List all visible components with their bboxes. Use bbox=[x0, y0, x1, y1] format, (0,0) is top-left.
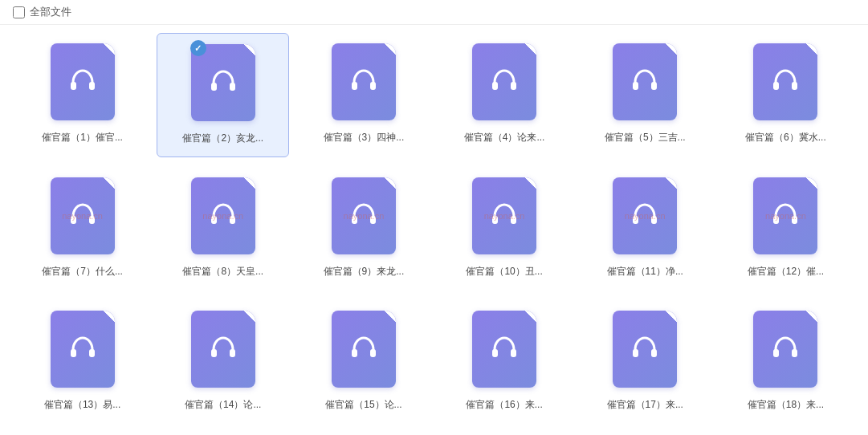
file-item[interactable]: nayona.cn 催官篇（7）什么... bbox=[16, 167, 149, 290]
svg-rect-11 bbox=[792, 82, 797, 90]
file-item[interactable]: 催官篇（14）论... bbox=[157, 300, 289, 423]
file-item[interactable]: 催官篇（6）冀水... bbox=[719, 33, 852, 157]
svg-rect-22 bbox=[773, 216, 779, 224]
file-name: 催官篇（2）亥龙... bbox=[182, 132, 263, 145]
file-icon-wrapper bbox=[609, 38, 681, 126]
select-all-label[interactable]: 全部文件 bbox=[13, 5, 71, 19]
file-icon bbox=[753, 311, 817, 388]
file-item[interactable]: 催官篇（18）来... bbox=[719, 300, 852, 423]
svg-rect-13 bbox=[89, 216, 95, 224]
file-item[interactable]: 催官篇（13）易... bbox=[16, 300, 149, 423]
file-name: 催官篇（9）来龙... bbox=[324, 265, 405, 278]
svg-rect-28 bbox=[352, 349, 357, 357]
file-grid: 催官篇（1）催官... ✓ 催官篇（2）亥龙... 催官篇（3）四神... bbox=[0, 25, 868, 431]
svg-rect-6 bbox=[492, 82, 498, 90]
file-icon bbox=[51, 311, 115, 388]
file-item[interactable]: nayona.cn 催官篇（8）天皇... bbox=[157, 167, 289, 290]
svg-rect-8 bbox=[633, 82, 638, 90]
file-name: 催官篇（12）催... bbox=[748, 265, 824, 278]
svg-rect-15 bbox=[230, 216, 235, 224]
svg-rect-7 bbox=[511, 82, 516, 90]
file-icon bbox=[613, 43, 677, 120]
file-icon-wrapper: nayona.cn bbox=[468, 172, 540, 260]
file-item[interactable]: 催官篇（5）三吉... bbox=[579, 33, 711, 157]
file-icon bbox=[191, 177, 255, 254]
file-icon-wrapper: nayona.cn bbox=[47, 172, 119, 260]
svg-rect-18 bbox=[492, 216, 498, 224]
file-icon-wrapper bbox=[749, 305, 821, 393]
file-name: 催官篇（10）丑... bbox=[466, 265, 542, 278]
svg-rect-9 bbox=[651, 82, 657, 90]
svg-rect-3 bbox=[230, 83, 235, 91]
file-name: 催官篇（15）论... bbox=[325, 398, 401, 412]
svg-rect-16 bbox=[352, 216, 357, 224]
svg-rect-26 bbox=[211, 349, 217, 357]
file-item[interactable]: 催官篇（16）来... bbox=[438, 300, 571, 423]
file-item[interactable]: nayona.cn 催官篇（10）丑... bbox=[438, 167, 571, 290]
svg-rect-29 bbox=[370, 349, 376, 357]
svg-rect-23 bbox=[792, 216, 797, 224]
file-item[interactable]: 催官篇（1）催官... bbox=[16, 33, 149, 157]
file-icon bbox=[191, 311, 255, 388]
file-icon bbox=[332, 43, 396, 120]
file-icon-wrapper: ✓ bbox=[187, 39, 259, 127]
file-name: 催官篇（8）天皇... bbox=[182, 265, 263, 278]
file-icon-wrapper bbox=[328, 38, 400, 126]
file-item[interactable]: 催官篇（15）论... bbox=[297, 300, 430, 423]
file-item[interactable]: nayona.cn 催官篇（9）来龙... bbox=[297, 167, 430, 290]
svg-rect-12 bbox=[71, 216, 76, 224]
check-badge: ✓ bbox=[190, 40, 206, 56]
svg-rect-19 bbox=[511, 216, 516, 224]
file-icon bbox=[753, 177, 817, 254]
file-icon-wrapper: nayona.cn bbox=[328, 172, 400, 260]
svg-rect-0 bbox=[71, 82, 76, 90]
file-icon bbox=[332, 177, 396, 254]
file-item[interactable]: nayona.cn 催官篇（12）催... bbox=[719, 167, 852, 290]
file-name: 催官篇（11）净... bbox=[607, 265, 683, 278]
select-all-checkbox[interactable] bbox=[13, 6, 25, 18]
file-name: 催官篇（14）论... bbox=[185, 398, 261, 412]
file-name: 催官篇（16）来... bbox=[466, 398, 542, 412]
svg-rect-25 bbox=[89, 349, 95, 357]
svg-rect-10 bbox=[773, 82, 779, 90]
svg-rect-33 bbox=[651, 349, 657, 357]
file-item[interactable]: ✓ 催官篇（2）亥龙... bbox=[157, 33, 289, 157]
top-bar: 全部文件 bbox=[0, 0, 868, 25]
file-icon bbox=[51, 177, 115, 254]
file-name: 催官篇（1）催官... bbox=[42, 131, 123, 144]
file-icon bbox=[472, 43, 536, 120]
file-icon bbox=[613, 177, 677, 254]
file-icon-wrapper bbox=[328, 305, 400, 393]
file-item[interactable]: nayona.cn 催官篇（11）净... bbox=[579, 167, 711, 290]
svg-rect-17 bbox=[370, 216, 376, 224]
svg-rect-24 bbox=[71, 349, 76, 357]
svg-rect-34 bbox=[773, 349, 779, 357]
file-name: 催官篇（7）什么... bbox=[42, 265, 123, 278]
file-item[interactable]: 催官篇（4）论来... bbox=[438, 33, 571, 157]
file-icon bbox=[753, 43, 817, 120]
svg-rect-32 bbox=[633, 349, 638, 357]
file-icon-wrapper bbox=[749, 38, 821, 126]
file-name: 催官篇（4）论来... bbox=[464, 131, 545, 144]
svg-rect-1 bbox=[89, 82, 95, 90]
file-icon-wrapper: nayona.cn bbox=[609, 172, 681, 260]
file-name: 催官篇（18）来... bbox=[748, 398, 824, 412]
file-icon-wrapper bbox=[468, 38, 540, 126]
svg-rect-14 bbox=[211, 216, 217, 224]
select-all-text: 全部文件 bbox=[30, 5, 71, 19]
file-icon-wrapper bbox=[609, 305, 681, 393]
svg-rect-20 bbox=[633, 216, 638, 224]
svg-rect-27 bbox=[230, 349, 235, 357]
file-name: 催官篇（3）四神... bbox=[324, 131, 405, 144]
file-icon-wrapper bbox=[47, 38, 119, 126]
svg-rect-31 bbox=[511, 349, 516, 357]
file-item[interactable]: 催官篇（17）来... bbox=[579, 300, 711, 423]
file-icon-wrapper: nayona.cn bbox=[187, 172, 259, 260]
file-item[interactable]: 催官篇（3）四神... bbox=[297, 33, 430, 157]
file-icon-wrapper: nayona.cn bbox=[749, 172, 821, 260]
file-name: 催官篇（6）冀水... bbox=[745, 131, 826, 144]
file-icon-wrapper bbox=[187, 305, 259, 393]
file-icon bbox=[472, 177, 536, 254]
file-icon-wrapper bbox=[47, 305, 119, 393]
file-name: 催官篇（5）三吉... bbox=[605, 131, 686, 144]
